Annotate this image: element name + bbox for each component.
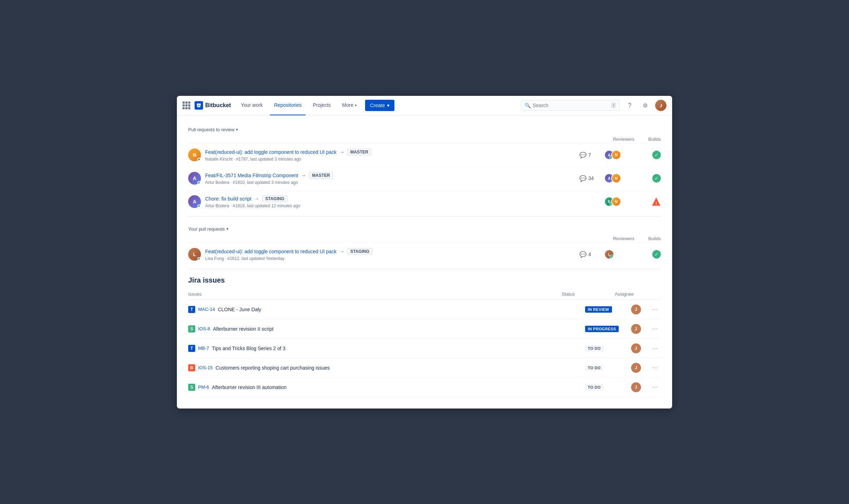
pr-reviewers: L ✓ bbox=[604, 249, 633, 259]
status-badge: IN REVIEW bbox=[585, 306, 612, 313]
issue-assignee: J bbox=[631, 363, 644, 373]
your-pr-header[interactable]: Your pull requests ▾ bbox=[188, 222, 661, 234]
pr-arrow-icon: → bbox=[254, 196, 259, 202]
issue-key[interactable]: IOS-8 bbox=[198, 326, 210, 331]
apps-grid-icon[interactable] bbox=[183, 102, 190, 109]
help-button[interactable]: ? bbox=[624, 100, 635, 111]
issue-status: IN PROGRESS bbox=[585, 326, 624, 332]
jira-section-title: Jira issues bbox=[188, 276, 661, 284]
comment-count: 4 bbox=[588, 251, 591, 257]
pr-actions: 💬 4 L ✓ ✓ bbox=[579, 249, 661, 259]
avatar-initials: J bbox=[659, 103, 662, 108]
pr-branch-badge: STAGING bbox=[347, 248, 372, 255]
nav-more[interactable]: More▾ bbox=[338, 96, 361, 116]
assignee-col-header: Assignee bbox=[615, 291, 643, 297]
pr-author-avatar: N bbox=[188, 149, 201, 161]
pr-to-review-chevron: ▾ bbox=[236, 127, 238, 132]
pr-reviewers: A ✓ N bbox=[604, 150, 633, 160]
issue-type-icon: B bbox=[188, 364, 195, 371]
issue-summary: Afterburner revision II script bbox=[213, 326, 585, 332]
status-badge: TO DO bbox=[585, 384, 603, 390]
nav-logo-text: Bitbucket bbox=[205, 102, 231, 109]
settings-button[interactable]: ⚙ bbox=[640, 100, 651, 111]
your-pr-builds-col-header: Builds bbox=[640, 236, 661, 241]
pr-reviewers: A N bbox=[604, 173, 633, 183]
issue-key[interactable]: PM-6 bbox=[198, 384, 209, 390]
your-pr-label: Your pull requests bbox=[188, 226, 225, 232]
pr-info: Feat(reduced-ui): add toggle component t… bbox=[205, 149, 579, 162]
issue-key[interactable]: MB-7 bbox=[198, 346, 209, 351]
pr-title[interactable]: Feat(reduced-ui): add toggle component t… bbox=[205, 248, 579, 255]
pr-title[interactable]: Feat(reduced-ui): add toggle component t… bbox=[205, 149, 579, 156]
issue-more-button[interactable]: ··· bbox=[649, 383, 661, 392]
nav-logo[interactable]: Bitbucket bbox=[195, 101, 231, 110]
bitbucket-logo-icon bbox=[195, 101, 203, 110]
create-button[interactable]: Create ▾ bbox=[365, 100, 394, 111]
assignee-avatar: J bbox=[631, 324, 641, 334]
nav-projects[interactable]: Projects bbox=[308, 96, 335, 116]
issue-row: T MAC-14 CLONE - June Daly IN REVIEW J ·… bbox=[188, 300, 661, 319]
reviewer-approved-icon: ✓ bbox=[610, 255, 614, 259]
issue-key[interactable]: IOS-15 bbox=[198, 365, 213, 370]
build-success-icon: ✓ bbox=[652, 250, 661, 259]
issue-more-button[interactable]: ··· bbox=[649, 324, 661, 334]
pr-branch-badge: STAGING bbox=[262, 195, 288, 202]
status-badge: TO DO bbox=[585, 365, 603, 371]
issue-row: B IOS-15 Customers reporting shoping car… bbox=[188, 358, 661, 378]
pr-reviewers-col-header: Reviewers bbox=[608, 137, 640, 142]
issue-key[interactable]: MAC-14 bbox=[198, 307, 215, 312]
issue-more-button[interactable]: ··· bbox=[649, 305, 661, 314]
online-indicator bbox=[197, 181, 201, 184]
issue-type-icon: S bbox=[188, 384, 195, 391]
pr-to-review-header[interactable]: Pull requests to review ▾ bbox=[188, 123, 661, 135]
search-input[interactable] bbox=[533, 103, 609, 108]
pr-comments: 💬 34 bbox=[579, 175, 597, 182]
your-pr-chevron: ▾ bbox=[226, 227, 229, 231]
pr-branch-badge: MASTER bbox=[347, 149, 371, 156]
pr-info: Chore: fix build script → STAGING Artur … bbox=[205, 195, 579, 208]
comment-icon: 💬 bbox=[579, 251, 587, 258]
build-warning-icon: ! bbox=[652, 197, 661, 206]
pr-author-avatar: A bbox=[188, 195, 201, 208]
user-avatar[interactable]: J bbox=[655, 100, 666, 111]
pr-title[interactable]: Chore: fix build script → STAGING bbox=[205, 195, 579, 202]
build-success-icon: ✓ bbox=[652, 174, 661, 183]
issue-more-button[interactable]: ··· bbox=[649, 344, 661, 353]
pr-row: L Feat(reduced-ui): add toggle component… bbox=[188, 243, 661, 266]
main-content: Pull requests to review ▾ Reviewers Buil… bbox=[177, 116, 672, 409]
pr-row: N Feat(reduced-ui): add toggle component… bbox=[188, 143, 661, 167]
issue-more-button[interactable]: ··· bbox=[649, 363, 661, 372]
issue-type-icon: T bbox=[188, 345, 195, 352]
assignee-avatar: J bbox=[631, 305, 641, 314]
pr-meta: Artur Bodera · #1810, last updated 3 min… bbox=[205, 180, 579, 185]
pr-info: Feat/FIL-3571 Media Filmstrip Component … bbox=[205, 172, 579, 185]
section-divider bbox=[188, 269, 661, 269]
pr-author-avatar: L bbox=[188, 248, 201, 261]
pr-title[interactable]: Feat/FIL-3571 Media Filmstrip Component … bbox=[205, 172, 579, 179]
nav-repositories[interactable]: Repositories bbox=[270, 96, 306, 116]
search-bar[interactable]: 🔍 / bbox=[521, 100, 620, 111]
pr-meta: Artur Bodera · #1819, last updated 12 mi… bbox=[205, 203, 579, 208]
pr-build-status: ✓ bbox=[640, 250, 661, 259]
pr-meta: Natalie Kirscht · #1787, last updated 3 … bbox=[205, 157, 579, 162]
issues-col-header: Issues bbox=[188, 291, 562, 297]
issue-summary: Afterburner revision III automation bbox=[212, 384, 585, 390]
pr-to-review-label: Pull requests to review bbox=[188, 127, 235, 132]
pr-info: Feat(reduced-ui): add toggle component t… bbox=[205, 248, 579, 261]
pr-build-status: ✓ bbox=[640, 151, 661, 159]
comment-count: 34 bbox=[588, 175, 594, 181]
search-icon: 🔍 bbox=[525, 103, 531, 108]
status-badge: TO DO bbox=[585, 345, 603, 352]
comment-count: 7 bbox=[588, 152, 591, 158]
nav-your-work[interactable]: Your work bbox=[237, 96, 267, 116]
issue-type-icon: S bbox=[188, 325, 195, 332]
create-chevron-icon: ▾ bbox=[387, 103, 389, 108]
settings-icon: ⚙ bbox=[643, 102, 648, 109]
pr-reviewers: R ✓ N bbox=[604, 197, 633, 207]
online-indicator bbox=[197, 257, 201, 260]
pr-actions: R ✓ N ! bbox=[579, 197, 661, 207]
issue-summary: Tips and Tricks Blog Series 2 of 3 bbox=[212, 346, 585, 351]
pr-comments: 💬 7 bbox=[579, 152, 597, 158]
online-indicator bbox=[197, 204, 201, 208]
pr-build-status: ! bbox=[640, 197, 661, 206]
